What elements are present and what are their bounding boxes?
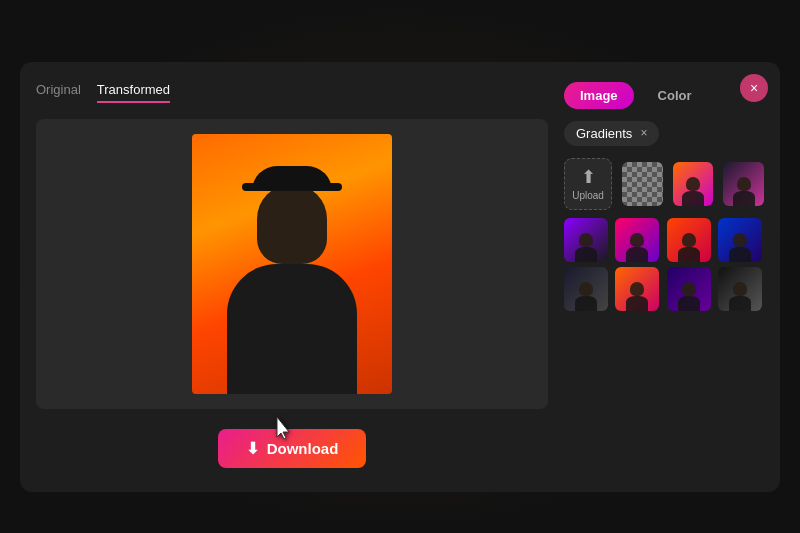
thumbnail-grid [564,218,764,311]
gradients-label: Gradients [576,126,632,141]
download-icon: ⬇ [246,439,259,458]
image-tab[interactable]: Image [564,82,634,109]
left-panel: Original Transformed ⬇ Download [36,78,548,476]
color-tab[interactable]: Color [642,82,708,109]
image-preview-area [36,119,548,409]
thumbnail-grad-6[interactable] [718,218,762,262]
thumbnail-grad-3[interactable] [564,218,608,262]
thumbnail-grad-2[interactable] [723,162,764,206]
thumbnail-grad-10[interactable] [718,267,762,311]
thumbnail-grad-5[interactable] [667,218,711,262]
view-tabs: Original Transformed [36,78,548,107]
main-modal: × Original Transformed [20,62,780,492]
upload-and-grid: ⬆ Upload [564,158,764,311]
person-head [257,184,327,264]
thumbnail-grad-7[interactable] [564,267,608,311]
modal-body: Original Transformed ⬇ Download [20,62,780,492]
gradients-close-icon[interactable]: × [640,126,647,140]
upload-row: ⬆ Upload [564,158,764,210]
download-label: Download [267,440,339,457]
thumbnail-grad-9[interactable] [667,267,711,311]
upload-button[interactable]: ⬆ Upload [564,158,612,210]
download-button[interactable]: ⬇ Download [218,429,367,468]
person-body [227,264,357,394]
gradients-filter[interactable]: Gradients × [564,121,659,146]
portrait-image [192,134,392,394]
upload-icon: ⬆ [581,166,596,188]
person-cap [252,166,332,191]
tab-transformed[interactable]: Transformed [97,82,170,103]
image-color-tabs: Image Color [564,82,764,109]
thumbnail-grad-1[interactable] [673,162,714,206]
thumbnail-transparent[interactable] [622,162,663,206]
person-silhouette [202,154,382,394]
right-panel: Image Color Gradients × ⬆ Upload [564,78,764,476]
upload-label: Upload [572,190,604,201]
thumbnail-grad-8[interactable] [615,267,659,311]
tab-original[interactable]: Original [36,82,81,103]
close-button[interactable]: × [740,74,768,102]
thumbnail-grad-4[interactable] [615,218,659,262]
download-area: ⬇ Download [36,421,548,476]
